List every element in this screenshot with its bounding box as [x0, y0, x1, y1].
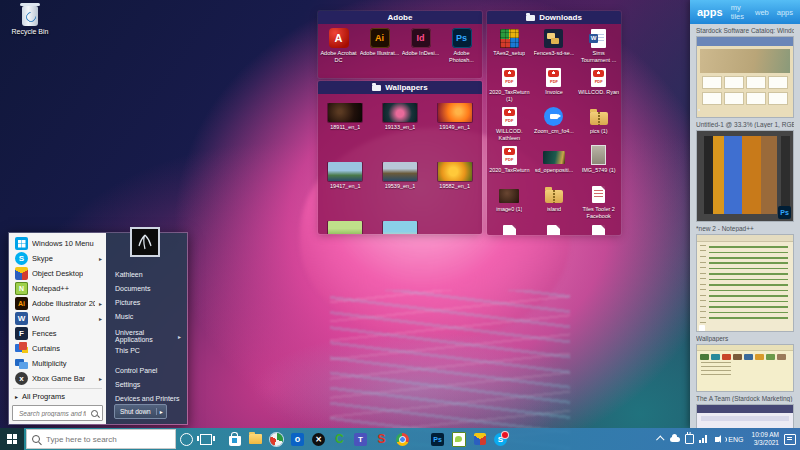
start-menu-item[interactable]: W Word ▸	[9, 311, 106, 326]
explorer-window-thumbnail[interactable]	[696, 344, 794, 392]
fence-item[interactable]: 19539_en_1	[373, 162, 428, 221]
fence-item[interactable]	[487, 223, 532, 235]
user-avatar[interactable]	[130, 227, 160, 257]
onedrive-tray-button[interactable]	[669, 428, 681, 450]
npp-window-thumbnail[interactable]	[696, 234, 794, 332]
fence-item[interactable]: WILLCOD. Ryan	[576, 67, 621, 106]
red-s-app-icon[interactable]: S	[371, 428, 392, 450]
photoshop-icon[interactable]: Ps	[427, 428, 448, 450]
fence-item[interactable]: Zoom_cm_fo4...	[532, 106, 577, 145]
start-menu-place-item[interactable]: Control Panel	[106, 363, 187, 377]
show-hidden-icons-button[interactable]	[655, 428, 667, 450]
task-view-button[interactable]	[196, 428, 216, 450]
action-center-button[interactable]	[784, 428, 796, 450]
start-menu-item-label: Windows 10 Menu	[32, 239, 94, 248]
fence-downloads-titlebar[interactable]: Downloads	[487, 11, 621, 24]
fence-item[interactable]: Ai Adobe Illustrat...	[359, 28, 400, 63]
language-indicator[interactable]: ENG	[728, 436, 743, 443]
start-menu-place-item[interactable]: Music	[106, 309, 187, 323]
start-search-input[interactable]	[17, 409, 88, 418]
start-menu-item[interactable]: Multiplicity	[9, 356, 106, 371]
green-c-app-icon[interactable]: C	[329, 428, 350, 450]
start-menu-place-label: Settings	[115, 381, 140, 388]
chevron-up-icon	[656, 435, 664, 443]
sidebar-tab[interactable]: apps	[697, 6, 723, 18]
notepadpp-icon[interactable]	[448, 428, 469, 450]
fence-adobe-titlebar[interactable]: Adobe	[318, 11, 482, 24]
fence-item[interactable]: Fences3-sd-se...	[532, 28, 577, 67]
start-menu-place-label: Control Panel	[115, 367, 157, 374]
start-menu-place-item[interactable]: Kathleen	[106, 267, 187, 281]
fence-item[interactable]: Id Adobe InDesi...	[400, 28, 441, 63]
start-menu-item[interactable]: x Xbox Game Bar ▸	[9, 371, 106, 386]
file-explorer-icon[interactable]	[245, 428, 266, 450]
network-tray-button[interactable]	[697, 428, 709, 450]
fence-item[interactable]: 19582_en_1	[427, 162, 482, 221]
outlook-glyph: o	[291, 433, 304, 446]
start-menu-item[interactable]: Curtains	[9, 341, 106, 356]
fence-item[interactable]: TAes2_setup	[487, 28, 532, 67]
fence-item[interactable]: Tiles Tooler 2 Facebook	[576, 184, 621, 223]
start-menu-item[interactable]: S Skype ▸	[9, 251, 106, 266]
fence-item[interactable]: A Adobe Acrobat DC	[318, 28, 359, 63]
fence-item[interactable]: 18911_en_1	[318, 103, 373, 162]
browser-window-thumbnail[interactable]	[696, 36, 794, 118]
taskbar-search-input[interactable]	[44, 434, 170, 445]
fence-item[interactable]: Sims Tournament ...	[576, 28, 621, 67]
clock[interactable]: 10:09 AM 3/3/2021	[752, 431, 779, 447]
fence-item[interactable]	[576, 223, 621, 235]
sidebar-tab[interactable]: apps	[777, 8, 793, 17]
recycle-bin[interactable]: Recycle Bin	[8, 6, 52, 35]
start-menu-item[interactable]: Windows 10 Menu	[9, 236, 106, 251]
fence-item[interactable]: 19133_en_1	[373, 103, 428, 162]
outlook-icon[interactable]: o	[287, 428, 308, 450]
ps-window-thumbnail[interactable]: Ps	[696, 130, 794, 222]
xbox-icon[interactable]: ✕	[308, 428, 329, 450]
teams-icon[interactable]: T	[350, 428, 371, 450]
object-desktop-icon[interactable]	[469, 428, 490, 450]
start-menu-place-item[interactable]: Settings	[106, 377, 187, 391]
fence-wallpapers-titlebar[interactable]: Wallpapers	[318, 81, 482, 94]
fence-item[interactable]	[532, 223, 577, 235]
cloud-icon	[670, 437, 680, 442]
fence-item[interactable]: 2020_TaxReturn (1)	[487, 67, 532, 106]
fence-item[interactable]: Ps Adobe Photosh...	[441, 28, 482, 63]
fence-item[interactable]: 19149_en_1	[427, 103, 482, 162]
start-menu-place-item[interactable]: Pictures	[106, 295, 187, 309]
fence-item[interactable]: pics (1)	[576, 106, 621, 145]
start-menu-place-item[interactable]: Universal Applications ▸	[106, 329, 187, 343]
fence-item[interactable]: island	[532, 184, 577, 223]
start-menu-place-item[interactable]: Devices and Printers	[106, 391, 187, 405]
fence-item[interactable]: 19417_en_1	[318, 162, 373, 221]
fence-item[interactable]: image0 (1)	[487, 184, 532, 223]
shutdown-button[interactable]: Shut down ▸	[114, 404, 167, 419]
fence-item[interactable]: Invoice	[532, 67, 577, 106]
fence-item[interactable]: sd_openpositi...	[532, 145, 577, 184]
shutdown-label: Shut down	[115, 408, 156, 415]
fence-item[interactable]: WILLCOD. Kathleen	[487, 106, 532, 145]
volume-tray-button[interactable]	[711, 428, 723, 450]
fence-item[interactable]: IMG_5749 (1)	[576, 145, 621, 184]
cortana-button[interactable]	[176, 428, 196, 450]
fence-item[interactable]: 2020_TaxReturn	[487, 145, 532, 184]
notepadpp-glyph	[452, 432, 466, 447]
fence-item[interactable]	[318, 221, 373, 234]
shutdown-options-arrow-icon[interactable]: ▸	[156, 408, 166, 415]
start-button[interactable]	[0, 428, 24, 450]
teams-window-thumbnail[interactable]	[696, 404, 794, 428]
start-menu-item[interactable]: F Fences	[9, 326, 106, 341]
sidebar-tab[interactable]: web	[755, 8, 769, 17]
pinwheel-app-icon[interactable]	[266, 428, 287, 450]
start-menu-place-item[interactable]: Documents	[106, 281, 187, 295]
start-menu-item[interactable]: Ai Adobe Illustrator 2021 ▸	[9, 296, 106, 311]
start-menu-item[interactable]: Object Desktop	[9, 266, 106, 281]
power-tray-button[interactable]	[683, 428, 695, 450]
all-programs-item[interactable]: ▸ All Programs	[9, 391, 106, 403]
start-menu-place-item[interactable]: This PC	[106, 343, 187, 357]
skype-icon[interactable]: S	[490, 428, 511, 450]
store-icon[interactable]	[224, 428, 245, 450]
fence-item[interactable]	[373, 221, 428, 234]
sidebar-tab[interactable]: my tiles	[731, 3, 747, 21]
start-menu-item[interactable]: N Notepad++	[9, 281, 106, 296]
chrome-icon[interactable]	[392, 428, 413, 450]
